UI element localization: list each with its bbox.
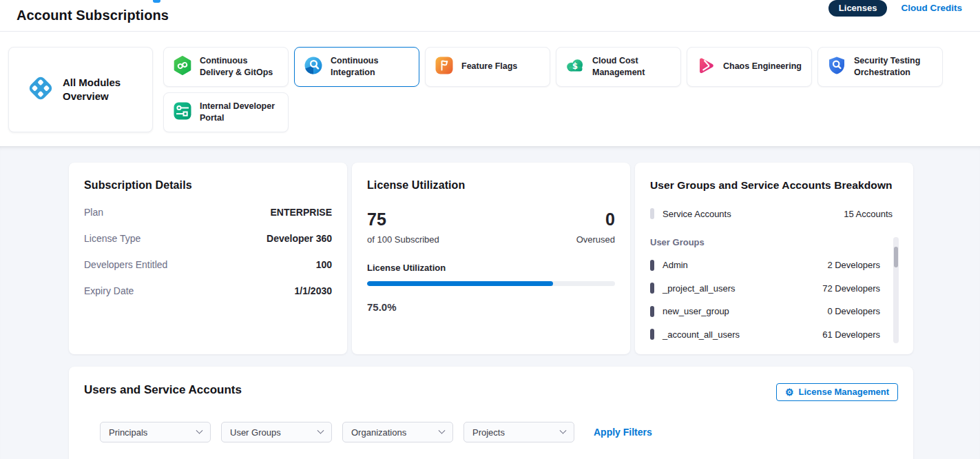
overused-count: 0	[576, 211, 615, 228]
content-area: Subscription Details Plan ENTERPRISE Lic…	[0, 146, 980, 459]
row-label: Plan	[84, 207, 103, 218]
subscription-row-developers-entitled: Developers Entitled 100	[84, 259, 332, 270]
group-marker-icon	[650, 329, 654, 340]
chevron-down-icon	[439, 427, 446, 434]
group-value: 0 Developers	[827, 306, 880, 316]
group-value: 2 Developers	[827, 260, 880, 270]
apply-filters-link[interactable]: Apply Filters	[594, 427, 652, 438]
module-label: Chaos Engineering	[723, 61, 802, 73]
users-section-card: Users and Service Accounts ⚙ License Man…	[69, 367, 913, 459]
licenses-tab[interactable]: Licenses	[828, 0, 888, 17]
breakdown-scrollbar[interactable]	[893, 237, 899, 343]
dropdown-label: Organizations	[351, 427, 406, 438]
chaos-engineering-icon	[696, 55, 716, 79]
user-group-row: Admin 2 Developers	[650, 260, 880, 271]
header-tabs: Licenses Cloud Credits	[828, 0, 962, 32]
user-groups-dropdown[interactable]: User Groups	[221, 422, 332, 442]
row-value: 1/1/2030	[295, 285, 333, 296]
group-value: 72 Developers	[822, 283, 880, 294]
module-card-feature-flags[interactable]: Feature Flags	[425, 47, 550, 87]
module-card-cloud-cost[interactable]: $ Cloud Cost Management	[556, 47, 681, 87]
row-label: Expiry Date	[84, 285, 134, 296]
group-name: _account_all_users	[663, 329, 822, 340]
module-label: Security Testing Orchestration	[854, 55, 937, 79]
cloud-cost-icon: $	[565, 55, 585, 79]
utilization-bar-label: License Utilization	[367, 263, 615, 273]
license-management-button[interactable]: ⚙ License Management	[776, 383, 898, 401]
filters-row: Principals User Groups Organizations Pro…	[100, 422, 898, 442]
subscription-row-plan: Plan ENTERPRISE	[84, 207, 332, 218]
page-header: Account Subscriptions Licenses Cloud Cre…	[0, 0, 980, 32]
utilization-bar-fill	[367, 281, 553, 286]
svg-text:$: $	[572, 61, 578, 71]
page-title: Account Subscriptions	[17, 8, 169, 23]
cd-gitops-icon	[172, 55, 193, 79]
all-modules-label: All Modules Overview	[63, 76, 129, 104]
row-label: License Type	[84, 233, 140, 244]
subscription-details-title: Subscription Details	[84, 179, 332, 192]
all-modules-overview-card[interactable]: All Modules Overview	[8, 47, 153, 132]
license-utilization-title: License Utilization	[367, 179, 615, 192]
internal-developer-portal-icon	[172, 101, 193, 124]
gear-icon: ⚙	[785, 387, 794, 397]
row-value: Developer 360	[267, 233, 332, 244]
user-groups-header: User Groups	[650, 237, 898, 247]
breakdown-card: User Groups and Service Accounts Breakdo…	[635, 163, 913, 354]
subscription-details-card: Subscription Details Plan ENTERPRISE Lic…	[69, 163, 347, 354]
module-card-chaos-engineering[interactable]: Chaos Engineering	[687, 47, 812, 87]
chevron-down-icon	[196, 427, 203, 434]
service-accounts-marker-icon	[650, 208, 654, 219]
group-name: _project_all_users	[663, 283, 822, 294]
all-modules-icon	[25, 73, 56, 106]
module-card-security-testing[interactable]: Security Testing Orchestration	[817, 47, 943, 87]
row-value: ENTERPRISE	[271, 207, 332, 218]
row-label: Developers Entitled	[84, 259, 167, 270]
modules-section: All Modules Overview Continuous Delivery…	[0, 32, 980, 146]
users-section-title: Users and Service Accounts	[84, 383, 242, 397]
group-name: Admin	[663, 260, 827, 270]
license-management-label: License Management	[799, 387, 890, 397]
subscription-row-expiry-date: Expiry Date 1/1/2030	[84, 285, 332, 296]
group-marker-icon	[650, 260, 654, 271]
overused-caption: Overused	[576, 234, 615, 245]
module-label: Continuous Integration	[331, 55, 413, 79]
dropdown-label: Principals	[109, 427, 147, 438]
module-card-internal-developer-portal[interactable]: Internal Developer Portal	[163, 92, 289, 132]
security-testing-icon	[826, 55, 847, 79]
user-group-row: new_user_group 0 Developers	[650, 306, 880, 317]
used-stat: 75 of 100 Subscribed	[367, 211, 439, 245]
summary-cards-row: Subscription Details Plan ENTERPRISE Lic…	[69, 163, 913, 354]
projects-dropdown[interactable]: Projects	[463, 422, 574, 442]
license-utilization-card: License Utilization 75 of 100 Subscribed…	[352, 163, 630, 354]
dropdown-label: Projects	[472, 427, 505, 438]
subscription-row-license-type: License Type Developer 360	[84, 233, 332, 244]
utilization-bar-track	[367, 281, 615, 286]
feature-flags-icon	[434, 55, 455, 79]
used-count: 75	[367, 211, 439, 228]
service-accounts-row: Service Accounts 15 Accounts	[650, 208, 898, 219]
chevron-down-icon	[317, 427, 324, 434]
module-label: Continuous Delivery & GitOps	[200, 55, 282, 79]
used-caption: of 100 Subscribed	[367, 234, 439, 245]
row-value: 100	[316, 259, 332, 270]
utilization-percent: 75.0%	[367, 301, 615, 313]
user-groups-list: Admin 2 Developers _project_all_users 72…	[650, 260, 898, 340]
organizations-dropdown[interactable]: Organizations	[342, 422, 453, 442]
group-marker-icon	[650, 283, 654, 294]
module-label: Cloud Cost Management	[592, 55, 675, 79]
module-label: Internal Developer Portal	[200, 101, 282, 125]
service-accounts-label: Service Accounts	[663, 209, 844, 219]
group-name: new_user_group	[663, 306, 827, 316]
user-group-row: _project_all_users 72 Developers	[650, 283, 880, 294]
principals-dropdown[interactable]: Principals	[100, 422, 211, 442]
module-card-cd-gitops[interactable]: Continuous Delivery & GitOps	[163, 47, 289, 87]
cloud-credits-tab[interactable]: Cloud Credits	[901, 3, 962, 13]
user-group-row: _account_all_users 61 Developers	[650, 329, 880, 340]
modules-grid: Continuous Delivery & GitOps Continuous …	[163, 47, 972, 132]
group-marker-icon	[650, 306, 654, 317]
group-value: 61 Developers	[822, 329, 880, 340]
module-card-continuous-integration[interactable]: Continuous Integration	[294, 47, 419, 87]
dropdown-label: User Groups	[230, 427, 281, 438]
breakdown-scrollbar-thumb[interactable]	[894, 247, 898, 267]
breakdown-title: User Groups and Service Accounts Breakdo…	[650, 179, 898, 192]
